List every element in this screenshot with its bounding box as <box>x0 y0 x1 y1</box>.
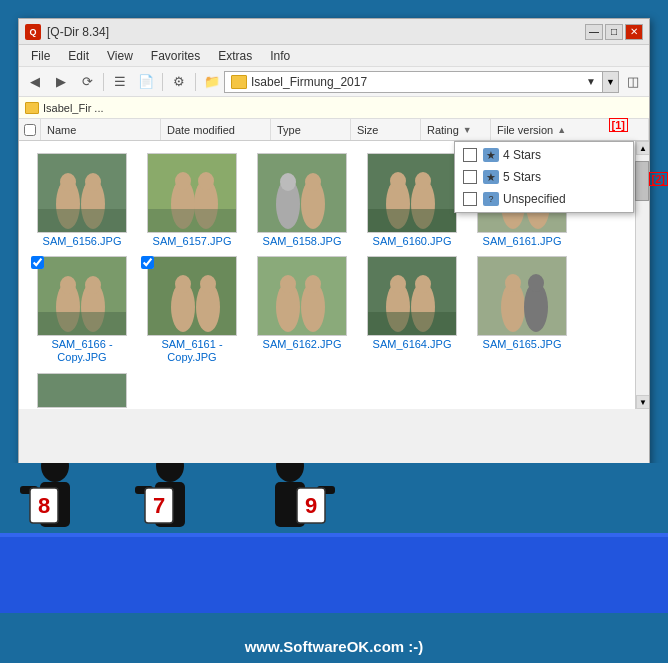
svg-point-14 <box>280 173 296 191</box>
menu-favorites[interactable]: Favorites <box>143 47 208 65</box>
app-icon: Q <box>25 24 41 40</box>
photo-svg-7 <box>258 257 346 335</box>
scroll-down[interactable]: ▼ <box>636 395 649 409</box>
svg-point-41 <box>280 275 296 293</box>
thumbnail-7 <box>257 256 347 336</box>
address-dropdown[interactable]: ▼ <box>603 71 619 93</box>
svg-point-48 <box>415 275 431 293</box>
column-headers: Name Date modified Type Size Rating ▼ Fi… <box>19 119 649 141</box>
svg-point-46 <box>390 275 406 293</box>
minimize-button[interactable]: — <box>585 24 603 40</box>
label-4stars: 4 Stars <box>503 148 541 162</box>
split-view-btn[interactable]: ◫ <box>621 71 645 93</box>
window-controls: — □ ✕ <box>585 24 643 40</box>
photo-svg-5 <box>38 257 126 335</box>
list-item[interactable]: SAM_6164.JPG <box>357 252 467 368</box>
col-header-rating[interactable]: Rating ▼ <box>421 119 491 140</box>
list-item[interactable]: SAM_6165.JPG <box>467 252 577 368</box>
dropdown-arrow-addr[interactable]: ▼ <box>586 76 596 87</box>
photo-svg-9 <box>478 257 566 335</box>
label-unspecified: Unspecified <box>503 192 566 206</box>
file-checkbox-6[interactable] <box>141 256 154 269</box>
svg-point-52 <box>505 274 521 292</box>
thumbnail-3 <box>367 153 457 233</box>
rating-sort-arrow: ▼ <box>463 125 472 135</box>
icon-4stars: ★ <box>483 148 499 162</box>
menu-file[interactable]: File <box>23 47 58 65</box>
close-button[interactable]: ✕ <box>625 24 643 40</box>
col-select-all[interactable] <box>19 119 41 140</box>
vertical-scrollbar[interactable]: ▲ ▼ <box>635 141 649 409</box>
svg-text:9: 9 <box>305 493 317 518</box>
list-item[interactable]: SAM_6160.JPG <box>357 149 467 252</box>
file-name-2: SAM_6158.JPG <box>263 235 342 248</box>
col-header-date[interactable]: Date modified <box>161 119 271 140</box>
menu-extras[interactable]: Extras <box>210 47 260 65</box>
view-toggle[interactable]: ☰ <box>108 71 132 93</box>
filter-5stars[interactable]: ★ 5 Stars <box>455 166 633 188</box>
back-button[interactable]: ◀ <box>23 71 47 93</box>
select-all-checkbox[interactable] <box>24 124 36 136</box>
icon-unspecified: ? <box>483 192 499 206</box>
svg-rect-49 <box>368 312 456 335</box>
filter-unspecified[interactable]: ? Unspecified <box>455 188 633 210</box>
svg-rect-55 <box>38 373 126 408</box>
maximize-button[interactable]: □ <box>605 24 623 40</box>
menu-view[interactable]: View <box>99 47 141 65</box>
refresh-button[interactable]: ⟳ <box>75 71 99 93</box>
cartoon-area: 8 7 9 www.SoftwareOK.com :-) <box>0 463 668 663</box>
thumbnail-5 <box>37 256 127 336</box>
list-item[interactable]: SAM_6158.JPG <box>247 149 357 252</box>
svg-point-43 <box>305 275 321 293</box>
svg-point-16 <box>305 173 321 191</box>
toolbar-btn2[interactable]: 📄 <box>134 71 158 93</box>
list-item[interactable] <box>27 369 137 409</box>
list-item[interactable]: SAM_6157.JPG <box>137 149 247 252</box>
check-unspecified[interactable] <box>463 192 477 206</box>
toolbar: ◀ ▶ ⟳ ☰ 📄 ⚙ 📁 Isabel_Firmung_2017 ▼ ▼ ◫ <box>19 67 649 97</box>
nav-btn[interactable]: 📁 <box>200 71 224 93</box>
file-name-5: SAM_6166 -Copy.JPG <box>51 338 112 364</box>
photo-svg-0 <box>38 154 126 232</box>
menu-edit[interactable]: Edit <box>60 47 97 65</box>
scroll-thumb[interactable] <box>635 161 649 201</box>
photo-svg-10 <box>38 373 126 408</box>
address-bar-area: 📁 Isabel_Firmung_2017 ▼ ▼ <box>200 71 619 93</box>
col-header-fileversion[interactable]: File version ▲ [1] ★ 4 Stars ★ 5 Stars <box>491 119 649 140</box>
menu-info[interactable]: Info <box>262 47 298 65</box>
website-text: www.SoftwareOK.com :-) <box>0 638 668 655</box>
svg-text:8: 8 <box>38 493 50 518</box>
list-item[interactable]: SAM_6156.JPG <box>27 149 137 252</box>
scroll-up[interactable]: ▲ <box>636 141 649 155</box>
list-item[interactable]: SAM_6166 -Copy.JPG <box>27 252 137 368</box>
toolbar-btn3[interactable]: ⚙ <box>167 71 191 93</box>
figure-3: 9 <box>255 463 335 548</box>
title-bar: Q [Q-Dir 8.34] — □ ✕ <box>19 19 649 45</box>
list-item[interactable]: SAM_6162.JPG <box>247 252 357 368</box>
filter-4stars[interactable]: ★ 4 Stars <box>455 144 633 166</box>
check-4stars[interactable] <box>463 148 477 162</box>
address-box[interactable]: Isabel_Firmung_2017 ▼ <box>224 71 603 93</box>
label-5stars: 5 Stars <box>503 170 541 184</box>
marker-2: [2] <box>649 172 668 186</box>
file-name-8: SAM_6164.JPG <box>373 338 452 351</box>
file-checkbox-5[interactable] <box>31 256 44 269</box>
list-item[interactable]: SAM_6161 -Copy.JPG <box>137 252 247 368</box>
thumbnail-10 <box>37 373 127 408</box>
svg-point-36 <box>175 275 191 293</box>
col-header-name[interactable]: Name <box>41 119 161 140</box>
svg-rect-22 <box>368 209 456 232</box>
check-5stars[interactable] <box>463 170 477 184</box>
sep3 <box>195 73 196 91</box>
window-title: [Q-Dir 8.34] <box>47 25 585 39</box>
icon-5stars: ★ <box>483 170 499 184</box>
sep1 <box>103 73 104 91</box>
forward-button[interactable]: ▶ <box>49 71 73 93</box>
fileversion-sort-arrow: ▲ <box>557 125 566 135</box>
svg-point-56 <box>41 463 69 482</box>
path-bar: Isabel_Fir ... <box>19 97 649 119</box>
col-header-size[interactable]: Size <box>351 119 421 140</box>
svg-point-19 <box>390 172 406 190</box>
col-header-type[interactable]: Type <box>271 119 351 140</box>
figure-1: 8 <box>20 463 100 548</box>
